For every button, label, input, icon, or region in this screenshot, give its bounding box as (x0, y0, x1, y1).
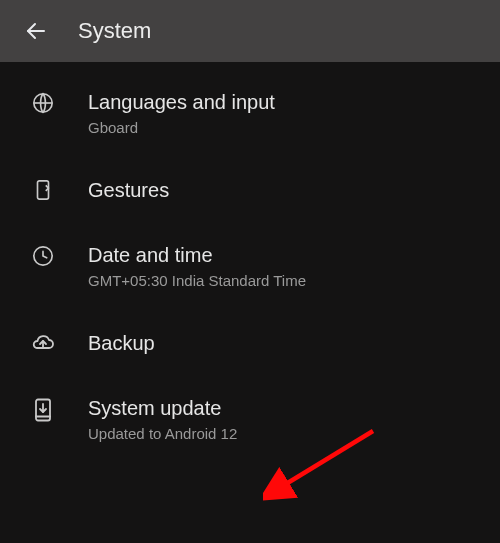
back-arrow-icon (24, 19, 48, 43)
item-subtitle: Gboard (88, 119, 275, 138)
cloud-upload-icon (28, 332, 58, 354)
phone-download-icon (28, 398, 58, 422)
back-button[interactable] (16, 11, 56, 51)
item-title: Gestures (88, 178, 169, 203)
globe-icon (28, 92, 58, 114)
item-title: Date and time (88, 243, 306, 268)
gestures-icon (28, 179, 58, 201)
clock-icon (28, 245, 58, 267)
settings-item-gestures[interactable]: Gestures (0, 158, 500, 223)
settings-item-backup[interactable]: Backup (0, 311, 500, 376)
settings-list: Languages and input Gboard Gestures Date… (0, 62, 500, 463)
item-title: System update (88, 396, 237, 421)
settings-item-system-update[interactable]: System update Updated to Android 12 (0, 376, 500, 464)
item-subtitle: Updated to Android 12 (88, 425, 237, 444)
item-title: Backup (88, 331, 155, 356)
item-subtitle: GMT+05:30 India Standard Time (88, 272, 306, 291)
settings-item-date-and-time[interactable]: Date and time GMT+05:30 India Standard T… (0, 223, 500, 311)
item-title: Languages and input (88, 90, 275, 115)
app-header: System (0, 0, 500, 62)
page-title: System (78, 18, 151, 44)
settings-item-languages-and-input[interactable]: Languages and input Gboard (0, 70, 500, 158)
